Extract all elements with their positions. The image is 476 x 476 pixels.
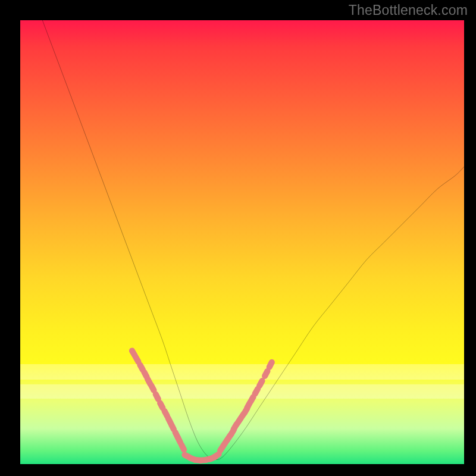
marker-layer (128, 347, 276, 464)
plot-area (20, 20, 464, 464)
curve-layer (20, 20, 464, 464)
watermark-text: TheBottleneck.com (349, 2, 468, 18)
chart-frame: TheBottleneck.com (0, 0, 476, 476)
